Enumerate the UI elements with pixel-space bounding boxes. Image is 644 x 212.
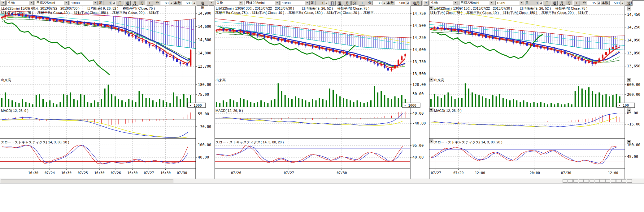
bar-count-spinner[interactable]: 1◢ [530, 1, 543, 5]
period-button-週[interactable]: 週 [337, 1, 343, 6]
chevron-down-icon[interactable]: ▼ [519, 1, 524, 5]
period-button-分[interactable]: 分 [351, 1, 358, 6]
spinner-icon[interactable]: ◢ [192, 1, 196, 5]
spinner-icon[interactable]: ◢ [539, 1, 542, 5]
stoch-axis-label: 45.00 [627, 155, 638, 159]
spinner-icon[interactable]: ◢ [382, 1, 386, 5]
chevron-down-icon[interactable]: ▼ [64, 1, 69, 5]
category-select[interactable]: 先物▼ [215, 1, 244, 5]
scrollbar-segment[interactable] [595, 179, 600, 183]
category-select[interactable]: 先物▼ [430, 1, 458, 5]
period-button-月[interactable]: 月 [559, 1, 565, 6]
section-collapse-icon[interactable] [627, 78, 631, 82]
scrollbar-segment[interactable] [584, 179, 589, 183]
symbol-select[interactable]: 日経225mini▼ [245, 1, 280, 5]
symbol-select[interactable]: 日経225mini▼ [459, 1, 494, 5]
volume-bar [257, 102, 258, 107]
panel-collapse-button[interactable]: ◄ [209, 0, 214, 6]
section-collapse-icon[interactable] [627, 7, 631, 10]
candle-body [298, 42, 300, 45]
chevron-down-icon[interactable]: ▼ [29, 1, 34, 5]
symbol-select[interactable]: 日経225mini▼ [35, 1, 69, 5]
contract-select[interactable]: 13/09▼ [70, 1, 98, 5]
volume-axis-label: 600.00 [627, 83, 640, 87]
panel-toolbar: 先物▼日経225mini▼13/09▼足1◢日週月分T分30◢本数500◢適用◄ [215, 0, 429, 6]
horizontal-scrollbar[interactable] [0, 179, 644, 184]
period-button-月[interactable]: 月 [132, 1, 138, 6]
period-button-日[interactable]: 日 [544, 1, 550, 6]
period-button-日[interactable]: 日 [117, 1, 123, 6]
spinner-icon[interactable]: ◢ [406, 1, 409, 5]
period-button-T[interactable]: T [146, 1, 153, 6]
spinner-icon[interactable]: ◢ [324, 1, 328, 5]
category-select[interactable]: 先物▼ [7, 1, 34, 5]
candle-body [39, 17, 40, 19]
chevron-down-icon[interactable]: ▼ [93, 1, 98, 5]
section-collapse-icon[interactable] [429, 78, 433, 81]
macd-histogram [216, 112, 405, 120]
volume-bar [216, 102, 217, 107]
apply-button[interactable]: 適用 [197, 1, 208, 6]
period-button-分[interactable]: 分 [566, 1, 572, 6]
spinner-icon[interactable]: ◢ [597, 1, 600, 5]
volume-bar [363, 103, 365, 107]
toolbar-collapse-button[interactable]: ▼ [1, 0, 6, 6]
volume-bar [90, 103, 92, 107]
candle-body [516, 41, 518, 43]
section-collapse-icon[interactable] [429, 6, 433, 10]
bar-type-label: 足 [311, 1, 314, 5]
spinner-icon[interactable]: ◢ [169, 1, 173, 5]
scrollbar-segment[interactable] [627, 179, 632, 183]
candle-body [73, 22, 75, 23]
candle-body [90, 23, 92, 25]
minute-spinner[interactable]: 15◢ [587, 1, 601, 5]
scrollbar-segment[interactable] [579, 179, 584, 183]
spinner-icon[interactable]: ◢ [112, 1, 115, 5]
minute-spinner[interactable]: 30◢ [372, 1, 386, 5]
candle-body [495, 38, 497, 40]
period-button-分[interactable]: 分 [139, 1, 146, 6]
bars-spinner[interactable]: 500◢ [395, 1, 410, 5]
bar-count-spinner[interactable]: 1◢ [315, 1, 328, 5]
section-collapse-icon[interactable] [429, 108, 433, 112]
chevron-down-icon[interactable]: ▼ [489, 1, 494, 5]
apply-button[interactable]: 適用 [411, 1, 422, 6]
scrollbar-segment[interactable] [621, 179, 626, 183]
spinner-icon[interactable]: ◢ [620, 1, 624, 5]
scrollbar-segment[interactable] [600, 179, 605, 183]
bar-count-spinner[interactable]: 1◢ [103, 1, 115, 5]
section-collapse-icon[interactable] [627, 109, 631, 112]
chevron-down-icon[interactable]: ▼ [275, 1, 280, 5]
contract-select[interactable]: 13/09▼ [281, 1, 310, 5]
volume-bar [302, 99, 303, 107]
volume-bar [503, 98, 504, 107]
bars-spinner[interactable]: 500◢ [182, 1, 196, 5]
scrollbar-segment[interactable] [605, 179, 610, 183]
volume-bar [374, 86, 375, 107]
section-collapse-icon[interactable] [429, 140, 433, 143]
period-button-週[interactable]: 週 [124, 1, 131, 6]
section-collapse-icon[interactable] [627, 140, 631, 144]
period-button-週[interactable]: 週 [551, 1, 558, 6]
chevron-down-icon[interactable]: ▼ [453, 1, 458, 5]
contract-select[interactable]: 13/09▼ [495, 1, 524, 5]
period-button-T[interactable]: T [573, 1, 580, 6]
scrollbar-thumb[interactable] [1, 179, 173, 183]
candle-body [506, 39, 507, 41]
scrollbar-segment[interactable] [568, 179, 573, 183]
scrollbar-segment[interactable] [573, 179, 578, 183]
scrollbar-segment[interactable] [611, 179, 616, 183]
scrollbar-segment[interactable] [563, 179, 568, 183]
bars-spinner[interactable]: 500◢ [609, 1, 624, 5]
category-select-value: 先物 [431, 1, 438, 5]
period-button-月[interactable]: 月 [344, 1, 350, 6]
period-button-T[interactable]: T [359, 1, 365, 6]
minute-spinner[interactable]: 60◢ [160, 1, 173, 5]
price-axis-label: 14,000 [198, 51, 211, 55]
period-button-日[interactable]: 日 [329, 1, 336, 6]
panel-collapse-button[interactable]: ◄ [423, 0, 429, 6]
chevron-down-icon[interactable]: ▼ [305, 1, 310, 5]
scrollbar-segment[interactable] [616, 179, 621, 183]
scrollbar-segment[interactable] [590, 179, 594, 183]
chevron-down-icon[interactable]: ▼ [238, 1, 243, 5]
